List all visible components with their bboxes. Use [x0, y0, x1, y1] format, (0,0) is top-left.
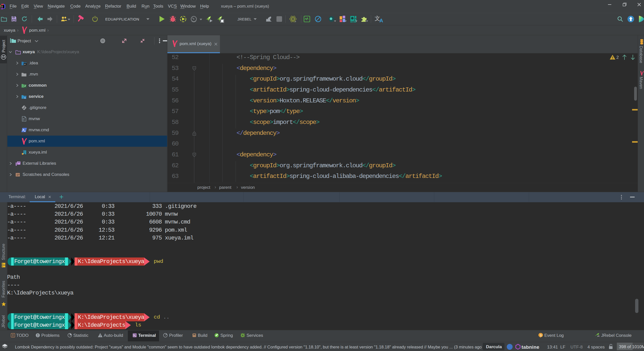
svg-text:IJ: IJ — [24, 63, 26, 65]
svg-text:Σ: Σ — [24, 97, 26, 99]
svg-text:JR: JR — [597, 335, 599, 337]
svg-text:IJ: IJ — [2, 5, 3, 7]
svg-text:1: 1 — [540, 334, 542, 337]
